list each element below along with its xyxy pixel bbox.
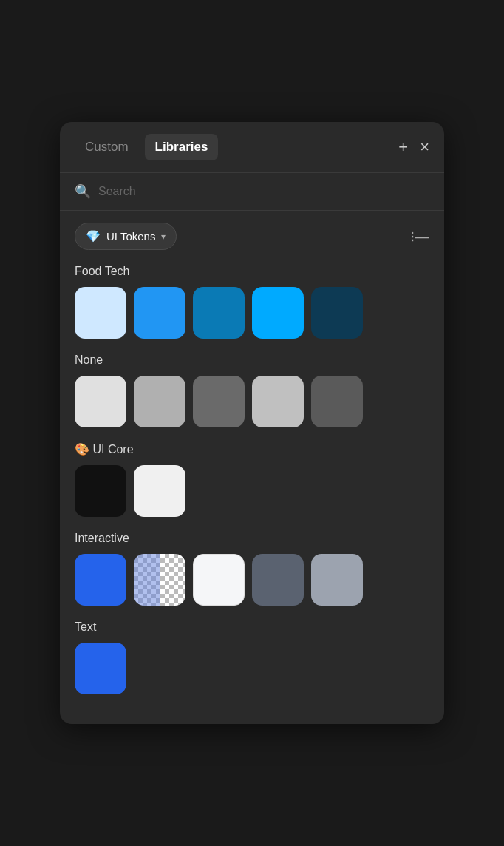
panel-header: Custom Libraries + × <box>60 122 444 172</box>
close-icon[interactable]: × <box>420 139 429 155</box>
swatch-n3[interactable] <box>193 376 245 427</box>
header-actions: + × <box>398 139 429 155</box>
swatch-ft2[interactable] <box>134 287 185 339</box>
swatch-n2[interactable] <box>134 376 185 427</box>
library-dropdown[interactable]: 💎 UI Tokens ▾ <box>75 223 177 250</box>
search-input[interactable] <box>98 185 429 198</box>
swatch-i5[interactable] <box>311 554 363 606</box>
none-swatches <box>75 376 429 427</box>
color-content: Food Tech None 🎨 UI Core Interactive <box>60 262 444 724</box>
section-title-food-tech: Food Tech <box>75 265 429 278</box>
swatch-ft4[interactable] <box>252 287 304 339</box>
swatch-uc2[interactable] <box>134 465 185 517</box>
interactive-swatches <box>75 554 429 606</box>
swatch-n5[interactable] <box>311 376 363 427</box>
swatch-t1[interactable] <box>75 643 126 694</box>
swatch-ft5[interactable] <box>311 287 363 339</box>
swatch-ft1[interactable] <box>75 287 126 339</box>
list-view-icon[interactable]: ⁝― <box>410 228 429 246</box>
section-title-none: None <box>75 353 429 367</box>
swatch-i4[interactable] <box>252 554 304 606</box>
swatch-i1[interactable] <box>75 554 126 606</box>
section-title-interactive: Interactive <box>75 532 429 545</box>
search-icon: 🔍 <box>75 183 91 200</box>
swatch-n1[interactable] <box>75 376 126 427</box>
swatch-uc1[interactable] <box>75 465 126 517</box>
text-swatches <box>75 643 429 694</box>
gem-icon: 💎 <box>86 229 101 243</box>
ui-core-swatches <box>75 465 429 517</box>
food-tech-swatches <box>75 287 429 339</box>
swatch-n4[interactable] <box>252 376 304 427</box>
section-title-text: Text <box>75 620 429 634</box>
search-bar: 🔍 <box>60 173 444 210</box>
dropdown-label: UI Tokens <box>106 230 155 243</box>
chevron-down-icon: ▾ <box>161 231 166 242</box>
tab-libraries[interactable]: Libraries <box>145 134 219 160</box>
section-title-ui-core: 🎨 UI Core <box>75 442 429 456</box>
toolbar: 💎 UI Tokens ▾ ⁝― <box>60 211 444 262</box>
add-icon[interactable]: + <box>398 139 408 155</box>
tab-custom[interactable]: Custom <box>75 134 139 160</box>
swatch-i3[interactable] <box>193 554 245 606</box>
swatch-i2[interactable] <box>134 554 185 606</box>
swatch-ft3[interactable] <box>193 287 245 339</box>
color-panel: Custom Libraries + × 🔍 💎 UI Tokens ▾ ⁝― … <box>60 122 444 724</box>
